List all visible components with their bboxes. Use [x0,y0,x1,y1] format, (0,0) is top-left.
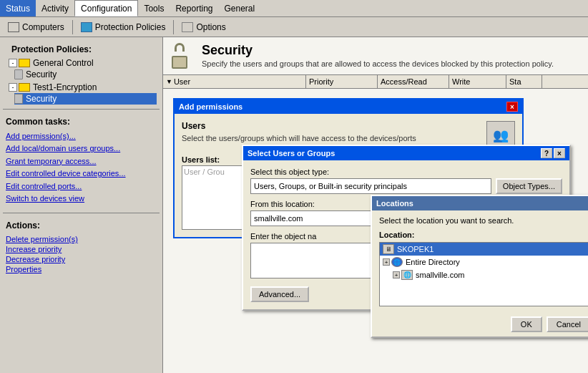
select-users-title: Select Users or Groups [248,149,335,158]
add-permissions-titlebar: Add permissions × [175,100,522,114]
th-sta[interactable]: Sta [506,75,542,88]
options-label: Options [196,22,225,32]
select-users-close-btn[interactable]: × [554,148,565,158]
folder-icon-gc [19,59,30,67]
lock-body [172,56,187,69]
object-types-btn[interactable]: Object Types... [496,178,562,194]
loc-label-skopek1: SKOPEK1 [397,245,433,253]
sidebar-divider2 [3,213,160,213]
computer-icon [8,22,19,32]
folder-icon-t1 [19,83,30,92]
menu-configuration[interactable]: Configuration [74,0,138,16]
add-permissions-close-btn[interactable]: × [506,102,518,112]
actions-section: Actions: Delete permission(s) Increase p… [0,218,162,278]
th-write-label: Write [452,77,470,86]
locations-cancel-btn[interactable]: Cancel [547,316,588,332]
locations-dialog: Locations Select the location you want t… [371,195,588,338]
menu-tools[interactable]: Tools [138,0,170,16]
task-edit-ports[interactable]: Edit controlled ports... [6,181,157,192]
security-icon-t1 [14,94,23,104]
locations-title: Locations [376,199,413,208]
expander-general-control[interactable]: - [9,59,17,67]
task-add-groups[interactable]: Add local/domain users groups... [6,143,157,154]
select-users-title-buttons: ? × [541,148,565,158]
locations-content: Select the location you want to search. … [372,210,588,312]
task-grant-temp[interactable]: Grant temporary access... [6,156,157,167]
expander-entire-dir[interactable]: + [383,258,390,266]
security-page-desc: Specify the users and groups that are al… [202,59,554,68]
security-icon-gc [14,69,23,79]
loc-label-entire-dir: Entire Directory [406,258,460,266]
locations-titlebar: Locations [372,196,588,210]
policies-section-title: Protection Policies: [6,40,157,57]
tasks-section: Common tasks: Add permission(s)... Add l… [0,114,162,208]
add-perms-section-desc: Select the users/groups which will have … [182,134,479,142]
location-tree-label: Location: [379,231,588,239]
computers-btn[interactable]: Computers [3,19,69,36]
expander-test1[interactable]: - [9,83,17,92]
toolbar-separator [72,20,73,34]
add-perms-section-title: Users [182,121,479,131]
object-type-label: Select this object type: [250,168,562,176]
options-icon [182,22,193,32]
select-users-titlebar: Select Users or Groups ? × [243,146,569,160]
menu-activity[interactable]: Activity [36,0,74,16]
loc-item-skopek1[interactable]: 🖥 SKOPEK1 [380,243,588,256]
menu-bar: Status Activity Configuration Tools Repo… [0,0,588,17]
task-edit-categories[interactable]: Edit controlled device categories... [6,168,157,179]
locations-desc: Select the location you want to search. [379,216,588,225]
lock-shackle [175,43,185,52]
tree-item-gc-security[interactable]: Security [14,69,157,80]
menu-status[interactable]: Status [0,0,36,16]
tree-label-gc-security: Security [26,69,57,79]
domain-icon-smallville: 🌐 [401,270,413,280]
th-sta-label: Sta [509,77,521,86]
th-priority-label: Priority [309,77,333,86]
loc-item-entire-dir[interactable]: + 🌐 Entire Directory [380,256,588,268]
menu-reporting[interactable]: Reporting [170,0,218,16]
content-area: Security Specify the users and groups th… [163,37,588,373]
menu-general[interactable]: General [218,0,260,16]
policies-label: Protection Policies [95,22,166,32]
computers-label: Computers [22,22,64,32]
action-decrease-priority[interactable]: Decrease priority [6,255,157,263]
loc-label-smallville: smallville.com [416,271,464,279]
th-access-read[interactable]: Access/Read [378,75,449,88]
tree-item-test1[interactable]: - Test1-Encryption [6,82,157,93]
th-priority[interactable]: Priority [306,75,378,88]
th-user[interactable]: ▼ User [163,75,306,88]
object-type-row: Object Types... [250,178,562,194]
object-type-input[interactable] [250,178,491,194]
globe-icon-dir: 🌐 [391,257,403,267]
action-increase-priority[interactable]: Increase priority [6,245,157,253]
task-add-permissions[interactable]: Add permission(s)... [6,131,157,142]
select-users-help-btn[interactable]: ? [541,148,552,158]
th-user-label: User [174,77,190,86]
locations-ok-btn[interactable]: OK [511,316,542,332]
permissions-table-header: ▼ User Priority Access/Read Write Sta [163,74,588,89]
computer-icon-skopek: 🖥 [383,244,394,254]
tree-item-general-control[interactable]: - General Control [6,57,157,69]
expander-smallville[interactable]: + [393,271,400,278]
action-delete-perms[interactable]: Delete permission(s) [6,235,157,243]
loc-item-smallville[interactable]: + 🌐 smallville.com [390,268,588,281]
action-properties[interactable]: Properties [6,265,157,273]
policies-btn[interactable]: Protection Policies [76,19,171,36]
tree-item-t1-security[interactable]: Security [14,93,157,105]
sidebar: Protection Policies: - General Control S… [0,37,163,373]
actions-title: Actions: [6,221,157,231]
location-tree: 🖥 SKOPEK1 + 🌐 Entire Directory + 🌐 small… [379,242,588,306]
security-header-text: Security Specify the users and groups th… [202,43,554,68]
options-btn[interactable]: Options [177,19,230,36]
task-switch-devices[interactable]: Switch to devices view [6,193,157,204]
add-permissions-title: Add permissions [179,102,242,111]
th-write[interactable]: Write [449,75,506,88]
toolbar-separator2 [173,20,174,34]
tree-label-general-control: General Control [33,58,94,68]
advanced-btn[interactable]: Advanced... [250,286,309,302]
sort-icon-user: ▼ [166,78,172,85]
tree-label-test1: Test1-Encryption [33,82,97,92]
toolbar: Computers Protection Policies Options [0,17,588,37]
tree-label-t1-security: Security [26,94,57,104]
security-page-title: Security [202,43,554,58]
